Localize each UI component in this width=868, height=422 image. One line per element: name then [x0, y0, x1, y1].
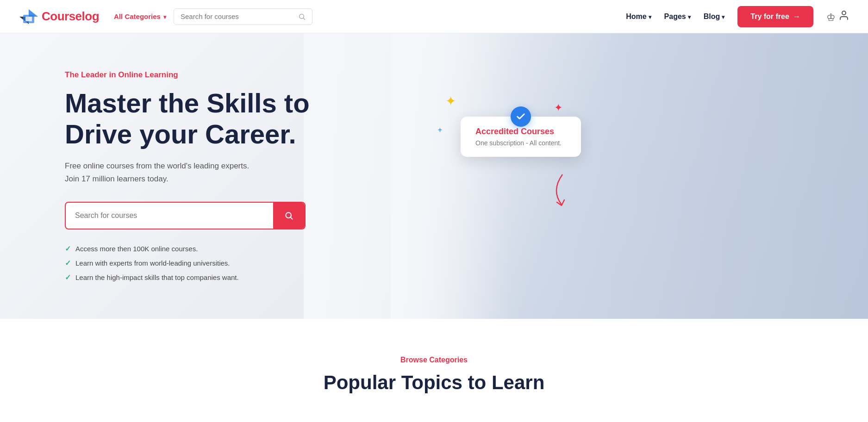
user-account-icon[interactable]: ♔: [826, 10, 849, 24]
navbar: Courselog All Categories Home Pages Blog…: [0, 0, 868, 33]
logo-text-prefix: Course: [42, 9, 82, 23]
nav-link-home[interactable]: Home: [626, 12, 651, 21]
nav-pages-label: Pages: [664, 12, 686, 21]
logo-text-suffix: log: [82, 9, 100, 23]
try-btn-label: Try for free: [750, 12, 789, 21]
svg-rect-3: [25, 17, 32, 21]
hero-checklist: ✓ Access more then 100K online courses. …: [65, 244, 310, 282]
nav-blog-label: Blog: [704, 12, 720, 21]
nav-link-pages[interactable]: Pages: [664, 12, 691, 21]
checklist-label-2: Learn the high-impact skills that top co…: [75, 273, 239, 281]
hero-search-box: [65, 202, 306, 230]
hero-section: ✦ ✦ + Accredited Courses One subscriptio…: [0, 33, 868, 319]
hero-title-line2: Drive your Career.: [65, 119, 296, 149]
home-chevron-icon: [649, 12, 651, 21]
search-icon[interactable]: [298, 12, 306, 21]
nav-search-box: [174, 8, 312, 25]
nav-link-blog[interactable]: Blog: [704, 12, 725, 21]
hero-eyebrow: The Leader in Online Learning: [65, 70, 310, 80]
check-icon-2: ✓: [65, 273, 71, 282]
logo-text: Courselog: [42, 9, 99, 24]
all-categories-dropdown[interactable]: All Categories: [114, 12, 166, 20]
arrow-decoration-icon: [549, 172, 576, 211]
accredited-card-title: Accredited Courses: [475, 127, 566, 137]
browse-categories-eyebrow: Browse Categories: [19, 356, 849, 364]
hero-subtitle-line1: Free online courses from the world's lea…: [65, 161, 249, 170]
svg-point-6: [842, 11, 846, 15]
checklist-label-1: Learn with experts from world-leading un…: [75, 259, 230, 267]
logo-icon: [19, 8, 39, 25]
svg-line-8: [291, 217, 293, 219]
accredited-courses-card: Accredited Courses One subscription - Al…: [461, 117, 581, 157]
nav-search-input[interactable]: [181, 12, 294, 20]
check-icon-0: ✓: [65, 244, 71, 253]
try-btn-arrow-icon: →: [793, 12, 800, 21]
checklist-item-2: ✓ Learn the high-impact skills that top …: [65, 273, 310, 282]
all-categories-label: All Categories: [114, 12, 161, 20]
bottom-section: Browse Categories Popular Topics to Lear…: [0, 319, 868, 412]
accredited-card-subtitle: One subscription - All content.: [475, 139, 566, 147]
search-button-icon: [284, 211, 293, 220]
checklist-label-0: Access more then 100K online courses.: [75, 245, 198, 253]
hero-overlay: [304, 33, 868, 319]
blog-chevron-icon: [722, 12, 724, 21]
all-categories-chevron-icon: [163, 12, 166, 20]
try-for-free-button[interactable]: Try for free →: [737, 6, 813, 27]
check-icon-1: ✓: [65, 259, 71, 267]
nav-home-label: Home: [626, 12, 646, 21]
hero-content: The Leader in Online Learning Master the…: [0, 33, 347, 319]
pages-chevron-icon: [688, 12, 691, 21]
hero-search-button[interactable]: [273, 203, 305, 229]
hero-title: Master the Skills to Drive your Career.: [65, 88, 310, 149]
popular-topics-title: Popular Topics to Learn: [19, 372, 849, 394]
check-bubble-icon: [511, 106, 531, 127]
hero-title-line1: Master the Skills to: [65, 88, 310, 118]
hero-subtitle-line2: Join 17 million learners today.: [65, 174, 169, 183]
logo[interactable]: Courselog: [19, 8, 99, 25]
checklist-item-1: ✓ Learn with experts from world-leading …: [65, 259, 310, 267]
hero-search-input[interactable]: [66, 203, 273, 228]
hero-subtitle: Free online courses from the world's lea…: [65, 160, 306, 185]
svg-line-5: [303, 18, 305, 19]
checklist-item-0: ✓ Access more then 100K online courses.: [65, 244, 310, 253]
nav-right: Home Pages Blog Try for free → ♔: [626, 6, 849, 27]
